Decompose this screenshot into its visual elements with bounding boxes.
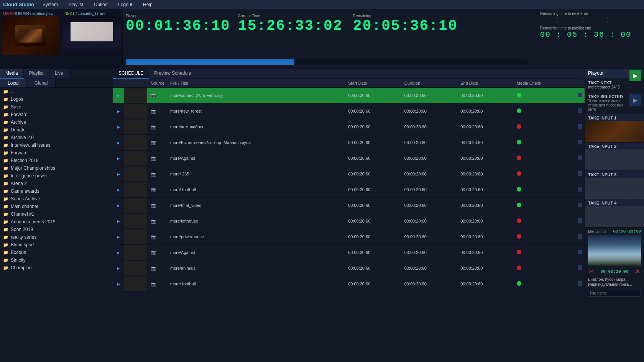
play-button[interactable]: ▶ — [115, 266, 122, 270]
tab-preview-schedule[interactable]: Preview Schedule — [149, 69, 196, 79]
take-next-button[interactable]: ▶ — [629, 70, 641, 81]
play-button[interactable]: ▶ — [115, 282, 122, 286]
sidebar-item-forward[interactable]: 📁Forward — [0, 111, 113, 118]
sidebar-subtab-global[interactable]: Global — [27, 79, 56, 87]
take-input-4-thumb[interactable] — [585, 206, 644, 227]
end-date-cell: 00:00:20:60 — [458, 213, 514, 229]
sidebar-item-0[interactable]: 📁... — [0, 88, 113, 95]
row-thumb — [124, 198, 147, 213]
play-button[interactable]: ▶ — [115, 156, 122, 161]
col-duration: Duration — [402, 79, 458, 88]
sidebar-item-announcements[interactable]: 📁Announcements 2019 — [0, 218, 113, 226]
on-air-thumb — [2, 16, 59, 55]
sidebar-item-champion[interactable]: 📁Champion — [0, 264, 113, 272]
sidebar-item-archive[interactable]: 📁Archive — [0, 118, 113, 126]
menu-playlist[interactable]: Playlist — [66, 1, 85, 8]
source-cell: 📷 — [149, 198, 168, 213]
tab-schedule[interactable]: SCHEDULE — [113, 69, 149, 79]
row-action-sq — [578, 187, 582, 192]
media-cut-button[interactable]: ✂ — [588, 267, 595, 276]
sidebar-item-main-channel[interactable]: 📁Main channel — [0, 203, 113, 210]
take-input-3-thumb[interactable] — [585, 178, 644, 199]
play-cell[interactable]: ▶ — [113, 276, 124, 292]
play-button[interactable]: ▶ — [115, 93, 122, 98]
play-cell[interactable]: ▶ — [113, 182, 124, 198]
table-row[interactable]: ▶ 📷 more/animals 00:00:20:60 00:00:20:60… — [113, 260, 585, 276]
menu-help[interactable]: Help — [141, 1, 155, 8]
play-cell[interactable]: ▶ — [113, 135, 124, 151]
play-cell[interactable]: ▶ — [113, 166, 124, 182]
take-input-3-label: TAKE INPUT 3 — [585, 171, 644, 178]
sidebar-item-forward2[interactable]: 📁Forward — [0, 149, 113, 157]
play-button[interactable]: ▶ — [115, 109, 122, 113]
play-cell[interactable]: ▶ — [113, 245, 124, 260]
play-button[interactable]: ▶ — [115, 203, 122, 208]
table-row[interactable]: ▶ 📷 more/Естественный отбор. Манная круп… — [113, 135, 585, 151]
play-button[interactable]: ▶ — [115, 141, 122, 145]
play-cell[interactable]: ▶ — [113, 103, 124, 119]
play-cell[interactable]: ▶ — [113, 213, 124, 229]
play-cell[interactable]: ▶ — [113, 88, 124, 103]
play-button[interactable]: ▶ — [115, 188, 122, 192]
thumb-cell — [124, 260, 149, 276]
take-input-1-thumb[interactable] — [585, 121, 644, 142]
sidebar-tab-media[interactable]: Media — [0, 69, 24, 79]
play-button[interactable]: ▶ — [115, 251, 122, 255]
table-row[interactable]: ▶ 📷 more/ football 00:00:20:60 00:00:20:… — [113, 276, 585, 292]
menu-system[interactable]: System — [40, 1, 60, 8]
sidebar-item-save[interactable]: 📁Save — [0, 103, 113, 111]
sidebar-item-channel1[interactable]: 📁Channel #1 — [0, 210, 113, 218]
sidebar-subtabs: Local Global — [0, 79, 113, 88]
sidebar-item-major-championships[interactable]: 📁Major Championships — [0, 164, 113, 172]
take-selected-button[interactable]: ▶ — [629, 94, 641, 106]
take-next-block: ▶ TAKE NEXT more/contect 24/ 5 — [585, 78, 644, 92]
table-row[interactable]: ▶ 📷 more/Against 00:00:20:60 00:00:20:60… — [113, 245, 585, 260]
table-row[interactable]: ▶ 📷 more/чем любовь 00:00:20:60 00:00:20… — [113, 119, 585, 135]
play-cell[interactable]: ▶ — [113, 198, 124, 213]
sidebar-item-intelligence-power[interactable]: 📁Intelligence power — [0, 172, 113, 180]
sidebar-tab-playlist[interactable]: Playlist — [24, 69, 49, 79]
sidebar-item-logos[interactable]: 📁Logos — [0, 95, 113, 103]
table-row[interactable]: ▶ 📷 more/new_forest 00:00:20:60 00:00:20… — [113, 103, 585, 119]
table-row[interactable]: ▶ 📷 more/contect 24/ 5 February 00:00:20… — [113, 88, 585, 103]
play-button[interactable]: ▶ — [115, 172, 122, 176]
sidebar-item-exodus[interactable]: 📁Exodus — [0, 249, 113, 256]
play-cell[interactable]: ▶ — [113, 229, 124, 245]
sidebar-item-blood-sport[interactable]: 📁Blood sport — [0, 241, 113, 249]
sidebar-item-interview[interactable]: 📁Interview. all issues — [0, 141, 113, 149]
sidebar-tab-live[interactable]: Live — [49, 69, 69, 79]
menu-option[interactable]: Option — [92, 1, 110, 8]
media-close-button[interactable]: ✕ — [634, 267, 641, 276]
table-row[interactable]: ▶ 📷 more/Against 00:00:20:60 00:00:20:60… — [113, 151, 585, 166]
sidebar-item-soon2019[interactable]: 📁Soon 2019 — [0, 226, 113, 233]
table-row[interactable]: ▶ 📷 more/lofthouse 00:00:20:60 00:00:20:… — [113, 213, 585, 229]
menu-logout[interactable]: Logout — [116, 1, 135, 8]
sidebar-item-election[interactable]: 📁Election 2018 — [0, 157, 113, 164]
play-button[interactable]: ▶ — [115, 125, 122, 129]
thumb-cell — [124, 103, 149, 119]
sidebar-item-sin-city[interactable]: 📁Sin city — [0, 256, 113, 264]
row-thumb — [124, 261, 147, 275]
table-row[interactable]: ▶ 📷 more/ 265 00:00:20:60 00:00:20:60 00… — [113, 166, 585, 182]
table-row[interactable]: ▶ 📷 more/powerhouse 00:00:20:60 00:00:20… — [113, 229, 585, 245]
table-row[interactable]: ▶ 📷 more/html_video 00:00:20:60 00:00:20… — [113, 198, 585, 213]
play-cell[interactable]: ▶ — [113, 119, 124, 135]
take-input-2-thumb[interactable] — [585, 149, 644, 170]
sidebar-subtab-local[interactable]: Local — [0, 79, 27, 87]
sidebar-item-arena2[interactable]: 📁Arena 2 — [0, 180, 113, 187]
play-button[interactable]: ▶ — [115, 219, 122, 223]
filename-input[interactable] — [588, 290, 641, 296]
sidebar-item-debate[interactable]: 📁Debate — [0, 126, 113, 134]
sidebar-item-reality[interactable]: 📁reality series — [0, 233, 113, 241]
play-cell[interactable]: ▶ — [113, 260, 124, 276]
sidebar-item-archive2[interactable]: 📁Archive 2.0 — [0, 134, 113, 141]
app-title: Cloud Studio — [3, 2, 34, 7]
source-cell: 📷 — [149, 103, 168, 119]
table-row[interactable]: ▶ 📷 more/ football 00:00:20:60 00:00:20:… — [113, 182, 585, 198]
play-button[interactable]: ▶ — [115, 235, 122, 239]
camera-icon: 📷 — [151, 234, 156, 239]
play-cell[interactable]: ▶ — [113, 151, 124, 166]
sidebar-item-game-awards[interactable]: 📁Game awards — [0, 187, 113, 195]
sidebar-item-series-archive[interactable]: 📁Series Archive — [0, 195, 113, 203]
thumb-cell — [124, 151, 149, 166]
